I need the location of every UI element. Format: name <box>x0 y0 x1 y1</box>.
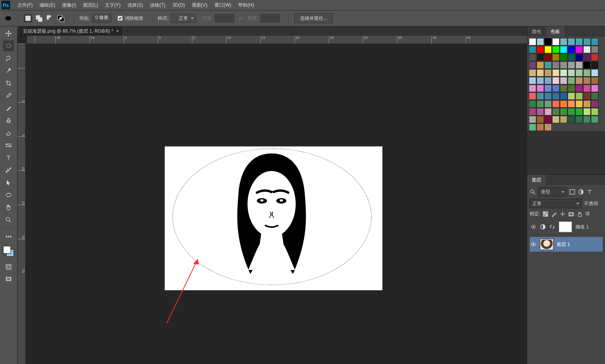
swatch[interactable] <box>560 77 567 84</box>
layer-1[interactable]: 图层 1 <box>530 237 603 252</box>
menu-select[interactable]: 选择(S) <box>124 2 146 9</box>
swatch[interactable] <box>583 92 591 100</box>
swatch[interactable] <box>560 46 567 53</box>
path-selection-tool[interactable] <box>3 177 14 188</box>
close-tab-icon[interactable]: × <box>116 28 119 34</box>
lock-nest-icon[interactable] <box>568 211 574 217</box>
swatch[interactable] <box>529 77 536 84</box>
swatch[interactable] <box>537 54 544 61</box>
swatch[interactable] <box>544 54 552 61</box>
swatch[interactable] <box>529 100 536 108</box>
swatch[interactable] <box>560 116 567 123</box>
edit-toolbar-icon[interactable] <box>3 231 14 242</box>
type-tool[interactable] <box>3 152 14 163</box>
swatch[interactable] <box>552 77 560 84</box>
lock-trans-icon[interactable] <box>542 211 549 217</box>
swatch[interactable] <box>537 100 544 108</box>
swatch[interactable] <box>560 38 567 45</box>
swatch[interactable] <box>537 85 544 92</box>
swatch[interactable] <box>529 69 536 77</box>
select-and-mask-button[interactable]: 选择并遮住... <box>294 13 333 23</box>
swatch[interactable] <box>529 38 536 45</box>
stamp-tool[interactable] <box>3 115 14 126</box>
swatch[interactable] <box>591 116 598 123</box>
menu-image[interactable]: 图像(I) <box>59 2 79 9</box>
swatch[interactable] <box>529 108 536 115</box>
color-tab[interactable]: 颜色 <box>527 26 546 37</box>
sel-new-icon[interactable] <box>24 14 32 23</box>
tool-preset-icon[interactable] <box>4 14 12 23</box>
lock-pos-icon[interactable] <box>560 211 566 217</box>
swatch[interactable] <box>529 54 536 61</box>
swatch[interactable] <box>568 100 575 108</box>
swatch[interactable] <box>575 46 583 53</box>
hand-tool[interactable] <box>3 202 14 213</box>
swatch[interactable] <box>537 77 544 84</box>
filter-kind-icon[interactable] <box>530 189 536 195</box>
swatch[interactable] <box>568 116 575 123</box>
feather-input[interactable]: 0 像素 <box>92 14 112 23</box>
swatch[interactable] <box>568 108 575 115</box>
menu-view[interactable]: 视图(V) <box>188 2 211 9</box>
swatch[interactable] <box>544 38 552 45</box>
swatch[interactable] <box>583 85 591 92</box>
swatch[interactable] <box>560 92 567 100</box>
swatch[interactable] <box>568 77 575 84</box>
move-tool[interactable] <box>3 28 14 39</box>
brush-tool[interactable] <box>3 103 14 113</box>
swatch[interactable] <box>537 69 544 77</box>
layer-mask-thumb[interactable] <box>558 221 572 233</box>
swatch[interactable] <box>591 85 598 92</box>
swatch[interactable] <box>583 108 591 115</box>
swatch[interactable] <box>544 116 552 123</box>
swatch[interactable] <box>583 46 591 53</box>
swatch[interactable] <box>575 85 583 92</box>
link-icon[interactable] <box>549 224 555 230</box>
swatch[interactable] <box>560 61 567 69</box>
swatch[interactable] <box>575 54 583 61</box>
swatch[interactable] <box>583 54 591 61</box>
menu-type[interactable]: 文字(Y) <box>101 2 124 9</box>
filter-kind-select[interactable]: 类型 <box>538 187 567 197</box>
menu-file[interactable]: 文件(F) <box>14 2 36 9</box>
swatch[interactable] <box>575 69 583 77</box>
pen-tool[interactable] <box>3 165 14 176</box>
lasso-tool[interactable] <box>3 53 14 64</box>
foreground-color[interactable] <box>3 246 11 254</box>
swatch[interactable] <box>560 69 567 77</box>
swatch[interactable] <box>575 77 583 84</box>
swatch[interactable] <box>591 108 598 115</box>
swatch[interactable] <box>544 46 552 53</box>
menu-layer[interactable]: 图层(L) <box>80 2 102 9</box>
swatch[interactable] <box>544 85 552 92</box>
swatch[interactable] <box>537 124 544 131</box>
filter-type-icon[interactable] <box>586 189 593 195</box>
swatch[interactable] <box>552 108 560 115</box>
swatch[interactable] <box>552 38 560 45</box>
visibility-toggle[interactable] <box>530 241 537 247</box>
swatch[interactable] <box>575 38 583 45</box>
swatch[interactable] <box>537 46 544 53</box>
zoom-tool[interactable] <box>3 214 14 225</box>
vertical-ruler[interactable]: 0 5 10 15 20 25 <box>17 44 26 364</box>
swatch[interactable] <box>568 92 575 100</box>
sel-add-icon[interactable] <box>35 14 43 23</box>
swatch[interactable] <box>591 77 598 84</box>
swatch[interactable] <box>575 61 583 69</box>
document-tab[interactable]: 安妮海瑟薇.png @ 66.7% (图层 1, RGB/8) * × <box>19 26 123 36</box>
screen-mode-icon[interactable] <box>3 274 14 285</box>
swatch[interactable] <box>583 77 591 84</box>
menu-window[interactable]: 窗口(W) <box>211 2 235 9</box>
swatch[interactable] <box>575 100 583 108</box>
swatch[interactable] <box>568 46 575 53</box>
swatch[interactable] <box>544 100 552 108</box>
swatch[interactable] <box>568 69 575 77</box>
swatch[interactable] <box>529 116 536 123</box>
ruler-origin[interactable] <box>27 36 35 44</box>
layer-name[interactable]: 图层 1 <box>557 241 570 248</box>
swatch[interactable] <box>552 100 560 108</box>
layer-adjustment-threshold[interactable]: 阈值 1 <box>530 219 603 235</box>
swatch[interactable] <box>544 61 552 69</box>
sel-sub-icon[interactable] <box>45 14 54 23</box>
swatch[interactable] <box>591 69 598 77</box>
